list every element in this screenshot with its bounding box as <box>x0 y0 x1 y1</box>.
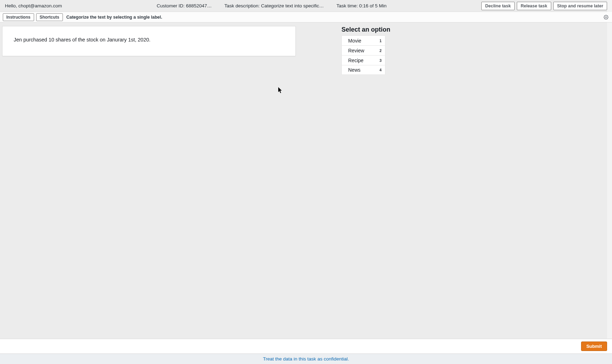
task-description-text: Task description: Categorize text into s… <box>224 3 324 8</box>
option-shortcut: 2 <box>379 48 382 53</box>
option-label: Review <box>348 48 364 53</box>
sub-toolbar: Instructions Shortcuts Categorize the te… <box>0 12 612 22</box>
options-title: Select an option <box>341 26 394 33</box>
decline-task-button[interactable]: Decline task <box>481 2 515 10</box>
customer-id-text: Customer ID: 68852047… <box>157 3 212 8</box>
shortcuts-button[interactable]: Shortcuts <box>36 13 63 21</box>
option-label: Recipe <box>348 58 364 63</box>
option-recipe[interactable]: Recipe 3 <box>341 55 385 65</box>
header-actions: Decline task Release task Stop and resum… <box>481 2 607 10</box>
main-area: Jen purchased 10 shares of the stock on … <box>0 22 612 339</box>
stop-resume-button[interactable]: Stop and resume later <box>553 2 607 10</box>
option-shortcut: 4 <box>379 68 382 72</box>
task-hint-text: Categorize the text by selecting a singl… <box>66 15 162 20</box>
release-task-button[interactable]: Release task <box>517 2 551 10</box>
task-time-text: Task time: 0:16 of 5 Min <box>337 3 387 8</box>
option-movie[interactable]: Movie 1 <box>341 35 385 45</box>
confidential-link[interactable]: Treat the data in this task as confident… <box>263 356 349 362</box>
cursor-icon <box>278 87 282 93</box>
submit-button[interactable]: Submit <box>581 342 607 351</box>
instructions-button[interactable]: Instructions <box>3 13 34 21</box>
option-news[interactable]: News 4 <box>341 65 385 75</box>
settings-icon[interactable] <box>604 15 608 20</box>
svg-point-0 <box>605 17 607 18</box>
header-center: Customer ID: 68852047… Task description:… <box>62 3 481 8</box>
option-shortcut: 1 <box>379 39 382 43</box>
submit-bar: Submit <box>0 339 612 353</box>
option-label: Movie <box>348 38 361 44</box>
header-bar: Hello, chopt@amazon.com Customer ID: 688… <box>0 0 612 12</box>
option-label: News <box>348 67 360 73</box>
confidential-bar: Treat the data in this task as confident… <box>0 353 612 364</box>
option-review[interactable]: Review 2 <box>341 45 385 55</box>
options-panel: Select an option Movie 1 Review 2 Recipe… <box>341 26 394 75</box>
task-text: Jen purchased 10 shares of the stock on … <box>14 36 287 43</box>
option-shortcut: 3 <box>379 58 382 63</box>
text-panel: Jen purchased 10 shares of the stock on … <box>2 26 296 56</box>
greeting-text: Hello, chopt@amazon.com <box>5 3 62 8</box>
